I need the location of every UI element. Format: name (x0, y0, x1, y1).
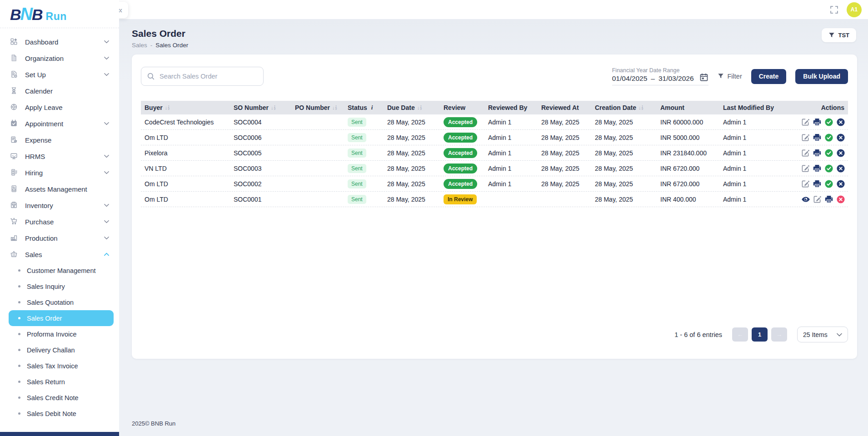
print-action-button[interactable] (813, 133, 822, 142)
pagination-prev-button[interactable]: ← (732, 327, 748, 342)
sort-icon[interactable]: ↓19 (271, 105, 275, 110)
sidebar-item-purchase[interactable]: Purchase (0, 213, 119, 230)
bullet-icon (18, 269, 20, 272)
sidebar-item-hiring[interactable]: Hiring (0, 164, 119, 181)
env-tst-label: TST (838, 32, 849, 39)
column-header-due-date[interactable]: Due Date↓19 (385, 104, 442, 111)
edit-action-button[interactable] (801, 179, 810, 188)
sidebar-item-apply-leave[interactable]: Apply Leave (0, 99, 119, 115)
print-action-button[interactable] (813, 118, 822, 127)
pagination: 1 - 6 of 6 entries ← 1 → 25 Items (674, 327, 848, 342)
column-header-label: Reviewed At (541, 104, 579, 111)
cell-reviewed-at: 28 May, 2025 (539, 119, 593, 126)
search-input[interactable] (160, 73, 258, 80)
main-content: Sales Order Sales - Sales Order TST (119, 19, 868, 436)
sidebar-item-label: Set Up (25, 71, 46, 79)
avatar[interactable]: A1 (847, 2, 862, 17)
sidebar-item-label: Appointment (25, 120, 63, 128)
sort-icon[interactable]: ↓19 (639, 105, 643, 110)
approve-action-button[interactable] (824, 133, 833, 142)
print-action-button[interactable] (824, 195, 833, 204)
sidebar-item-inventory[interactable]: Inventory (0, 197, 119, 213)
chevron-down-icon (104, 236, 109, 240)
calendar-icon[interactable] (699, 73, 708, 83)
sort-icon[interactable]: ↓19 (417, 105, 422, 110)
sidebar-subitem-sales-tax-invoice[interactable]: Sales Tax Invoice (9, 358, 114, 374)
delete-action-button[interactable] (836, 195, 845, 204)
view-action-button[interactable] (801, 195, 810, 204)
sidebar-item-sales[interactable]: Sales (0, 246, 119, 263)
review-badge: In Review (444, 194, 477, 204)
cancel-action-button[interactable] (836, 149, 845, 158)
approve-action-button[interactable] (824, 179, 833, 188)
sidebar-item-hrms[interactable]: HRMS (0, 148, 119, 164)
sidebar-item-appointment[interactable]: Appointment (0, 115, 119, 132)
page-size-select[interactable]: 25 Items (797, 327, 848, 342)
sidebar-subitem-customer-management[interactable]: Customer Management (9, 263, 114, 278)
print-action-button[interactable] (813, 164, 822, 173)
sidebar-item-set-up[interactable]: Set Up (0, 66, 119, 83)
cancel-action-button[interactable] (836, 179, 845, 188)
column-header-so-number[interactable]: SO Number↓19 (232, 104, 293, 111)
sidebar-item-label: Hiring (25, 169, 43, 177)
edit-action-button[interactable] (801, 149, 810, 157)
print-action-button[interactable] (813, 149, 822, 158)
assets-icon (10, 185, 19, 193)
financial-year-date-range[interactable]: Financial Year Date Range 01/04/2025 – 3… (612, 67, 708, 85)
chevron-down-icon (104, 154, 109, 158)
check-circle-icon (824, 118, 833, 127)
pagination-next-button[interactable]: → (771, 327, 787, 342)
column-header-label: PO Number (295, 104, 330, 111)
sidebar-item-assets-management[interactable]: Assets Management (0, 181, 119, 197)
sort-icon[interactable]: ↓19 (165, 105, 170, 110)
sidebar-item-expense[interactable]: Expense (0, 132, 119, 148)
column-header-buyer[interactable]: Buyer↓19 (141, 104, 232, 111)
approve-action-button[interactable] (824, 118, 833, 127)
date-range-label: Financial Year Date Range (612, 67, 694, 74)
sort-icon[interactable]: ↓19 (332, 105, 337, 110)
funnel-icon (828, 32, 835, 39)
sidebar-subitem-proforma-invoice[interactable]: Proforma Invoice (9, 326, 114, 342)
sidebar-subitem-sales-inquiry[interactable]: Sales Inquiry (9, 278, 114, 294)
sidebar-item-label: Inventory (25, 202, 53, 209)
edit-action-button[interactable] (813, 195, 822, 203)
cell-creation-date: 28 May, 2025 (593, 180, 658, 188)
edit-action-button[interactable] (801, 118, 810, 126)
edit-action-button[interactable] (801, 164, 810, 173)
sidebar-item-calender[interactable]: Calender (0, 83, 119, 99)
sidebar-subitem-sales-debit-note[interactable]: Sales Debit Note (9, 406, 114, 421)
monitor-icon (10, 152, 19, 160)
sidebar-subitem-sales-credit-note[interactable]: Sales Credit Note (9, 390, 114, 406)
cancel-action-button[interactable] (836, 164, 845, 173)
sidebar-item-dashboard[interactable]: Dashboard (0, 34, 119, 50)
print-icon (813, 133, 822, 142)
calendar-check-icon (10, 119, 19, 128)
print-action-button[interactable] (813, 179, 822, 188)
approve-action-button[interactable] (824, 149, 833, 158)
sidebar-subitem-label: Sales Debit Note (27, 410, 76, 417)
cell-buyer: VN LTD (141, 165, 232, 172)
bulk-upload-button[interactable]: Bulk Upload (795, 69, 848, 84)
sidebar-subitem-sales-order[interactable]: Sales Order (9, 310, 114, 326)
sidebar-item-production[interactable]: Production (0, 230, 119, 246)
filter-button[interactable]: Filter (718, 73, 742, 80)
print-icon (824, 195, 833, 204)
edit-action-button[interactable] (801, 133, 810, 142)
cancel-action-button[interactable] (836, 133, 845, 142)
column-header-creation-date[interactable]: Creation Date↓19 (593, 104, 658, 111)
cell-actions (801, 149, 848, 158)
breadcrumb-parent[interactable]: Sales (132, 42, 147, 49)
pagination-page-1-button[interactable]: 1 (752, 327, 768, 342)
cancel-action-button[interactable] (836, 118, 845, 127)
info-icon[interactable]: i (371, 104, 373, 111)
approve-action-button[interactable] (824, 164, 833, 173)
sidebar-subitem-sales-return[interactable]: Sales Return (9, 374, 114, 390)
column-header-po-number[interactable]: PO Number↓19 (293, 104, 346, 111)
sidebar-item-organization[interactable]: Organization (0, 50, 119, 66)
cell-status: Sent (346, 195, 385, 204)
env-tst-button[interactable]: TST (822, 28, 856, 42)
sidebar-subitem-sales-quotation[interactable]: Sales Quotation (9, 294, 114, 310)
fullscreen-button[interactable] (829, 5, 839, 15)
sidebar-subitem-delivery-challan[interactable]: Delivery Challan (9, 342, 114, 358)
create-button[interactable]: Create (751, 69, 787, 84)
